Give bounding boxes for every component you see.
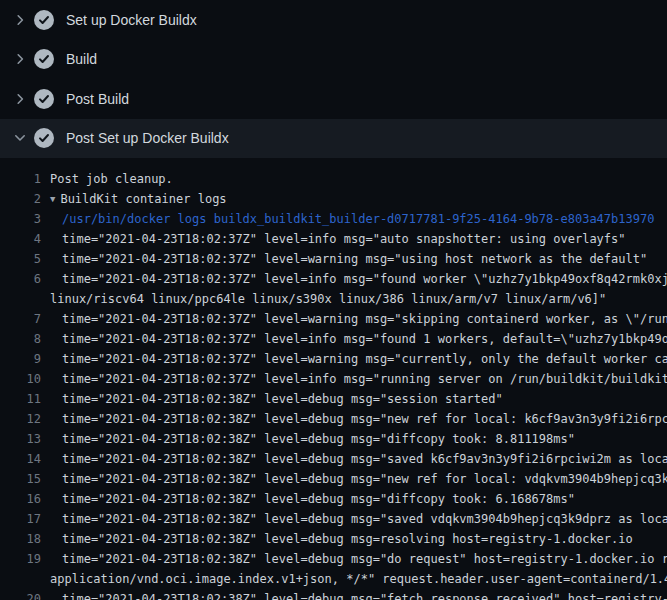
log-line-text-content: time="2021-04-23T18:02:38Z" level=debug … (62, 392, 503, 406)
log-line-text-content: time="2021-04-23T18:02:37Z" level=info m… (62, 332, 667, 346)
log-line-text-content: time="2021-04-23T18:02:38Z" level=debug … (62, 592, 667, 600)
chevron-down-icon (12, 130, 28, 146)
log-line-number[interactable]: 5 (0, 249, 41, 269)
log-line-continuation: linux/riscv64 linux/ppc64le linux/s390x … (0, 289, 667, 309)
log-line-text: ▼time="2021-04-23T18:02:37Z" level=info … (62, 372, 667, 386)
log-line-text: ▼time="2021-04-23T18:02:38Z" level=debug… (62, 552, 667, 566)
log-line-number[interactable]: 7 (0, 309, 41, 329)
log-line-text: ▼time="2021-04-23T18:02:38Z" level=debug… (62, 452, 667, 466)
log-line: 11▼time="2021-04-23T18:02:38Z" level=deb… (0, 389, 667, 409)
log-line-number[interactable]: 1 (0, 169, 41, 189)
log-line: 15▼time="2021-04-23T18:02:38Z" level=deb… (0, 469, 667, 489)
log-line-number[interactable]: 11 (0, 389, 41, 409)
check-circle-icon (34, 49, 54, 69)
log-line-number[interactable]: 12 (0, 409, 41, 429)
log-line-text-content: time="2021-04-23T18:02:37Z" level=warnin… (62, 312, 667, 326)
log-line-number[interactable]: 14 (0, 449, 41, 469)
log-line: 12▼time="2021-04-23T18:02:38Z" level=deb… (0, 409, 667, 429)
log-line-continuation-text: linux/riscv64 linux/ppc64le linux/s390x … (50, 292, 606, 306)
log-line-text: ▼time="2021-04-23T18:02:38Z" level=debug… (62, 432, 575, 446)
log-line-text: ▼time="2021-04-23T18:02:38Z" level=debug… (62, 532, 633, 546)
log-line-number[interactable]: 18 (0, 529, 41, 549)
log-line-text-content: time="2021-04-23T18:02:38Z" level=debug … (62, 412, 667, 426)
log-line-text-content: time="2021-04-23T18:02:38Z" level=debug … (62, 552, 667, 566)
log-line: 7▼time="2021-04-23T18:02:37Z" level=warn… (0, 309, 667, 329)
log-line: 1▼Post job cleanup. (0, 169, 667, 189)
log-line-text-content: time="2021-04-23T18:02:38Z" level=debug … (62, 472, 667, 486)
log-line-text-content: time="2021-04-23T18:02:37Z" level=info m… (62, 232, 626, 246)
step-label: Set up Docker Buildx (66, 13, 197, 27)
check-circle-icon (34, 10, 54, 30)
chevron-right-icon (12, 12, 28, 28)
log-line-text-content: time="2021-04-23T18:02:38Z" level=debug … (62, 432, 575, 446)
chevron-right-icon (12, 51, 28, 67)
log-line-number[interactable]: 19 (0, 549, 41, 569)
step-header[interactable]: Post Set up Docker Buildx (0, 119, 667, 159)
log-line-text-content: time="2021-04-23T18:02:38Z" level=debug … (62, 492, 575, 506)
log-line-text: ▼time="2021-04-23T18:02:37Z" level=info … (62, 332, 667, 346)
log-line: 18▼time="2021-04-23T18:02:38Z" level=deb… (0, 529, 667, 549)
log-line-number[interactable]: 17 (0, 509, 41, 529)
chevron-right-icon (12, 91, 28, 107)
log-line: 16▼time="2021-04-23T18:02:38Z" level=deb… (0, 489, 667, 509)
log-line-number[interactable]: 13 (0, 429, 41, 449)
check-circle-icon (34, 89, 54, 109)
log-line-text: ▼time="2021-04-23T18:02:37Z" level=warni… (62, 352, 667, 366)
log-line-text-content: Post job cleanup. (50, 172, 173, 186)
log-line-number[interactable]: 2 (0, 189, 41, 209)
log-line-text-content: /usr/bin/docker logs buildx_buildkit_bui… (62, 212, 654, 226)
log-line-text: ▼time="2021-04-23T18:02:38Z" level=debug… (62, 392, 503, 406)
log-line: 10▼time="2021-04-23T18:02:37Z" level=inf… (0, 369, 667, 389)
log-line-number[interactable]: 20 (0, 589, 41, 600)
steps-list: Set up Docker Buildx Build Post Build (0, 0, 667, 158)
step-label: Post Build (66, 92, 129, 106)
log-line-number[interactable]: 9 (0, 349, 41, 369)
log-line: 3▼/usr/bin/docker logs buildx_buildkit_b… (0, 209, 667, 229)
log-line-text: ▼/usr/bin/docker logs buildx_buildkit_bu… (62, 212, 654, 226)
log-line-text: ▼time="2021-04-23T18:02:38Z" level=debug… (62, 592, 667, 600)
log-line-text-content: time="2021-04-23T18:02:38Z" level=debug … (62, 532, 633, 546)
log-line-text-content: time="2021-04-23T18:02:38Z" level=debug … (62, 452, 667, 466)
log-line-text-content: BuildKit container logs (60, 192, 226, 206)
log-line: 4▼time="2021-04-23T18:02:37Z" level=info… (0, 229, 667, 249)
log-line-number[interactable]: 10 (0, 369, 41, 389)
log-line-continuation-text: application/vnd.oci.image.index.v1+json,… (50, 572, 667, 586)
step-header[interactable]: Build (0, 40, 667, 80)
log-line: 9▼time="2021-04-23T18:02:37Z" level=warn… (0, 349, 667, 369)
log-line-number[interactable]: 6 (0, 269, 41, 289)
log-line: 19▼time="2021-04-23T18:02:38Z" level=deb… (0, 549, 667, 569)
step-label: Build (66, 52, 97, 66)
log-line-number[interactable]: 3 (0, 209, 41, 229)
group-triangle-icon[interactable]: ▼ (50, 194, 55, 204)
log-line-text-content: time="2021-04-23T18:02:37Z" level=info m… (62, 272, 667, 286)
log-line: 2▼BuildKit container logs (0, 189, 667, 209)
log-line-text-content: time="2021-04-23T18:02:37Z" level=info m… (62, 372, 667, 386)
log-line: 6▼time="2021-04-23T18:02:37Z" level=info… (0, 269, 667, 289)
log-line-number[interactable]: 8 (0, 329, 41, 349)
log-line-text: ▼time="2021-04-23T18:02:37Z" level=warni… (62, 312, 667, 326)
log-line-number[interactable]: 4 (0, 229, 41, 249)
log-line: 17▼time="2021-04-23T18:02:38Z" level=deb… (0, 509, 667, 529)
log-line: 5▼time="2021-04-23T18:02:37Z" level=warn… (0, 249, 667, 269)
log-line-text: ▼time="2021-04-23T18:02:38Z" level=debug… (62, 492, 575, 506)
log-line-number[interactable]: 15 (0, 469, 41, 489)
log-line-text-content: time="2021-04-23T18:02:37Z" level=warnin… (62, 352, 667, 366)
check-circle-icon (34, 128, 54, 148)
log-line-text: ▼BuildKit container logs (50, 192, 227, 206)
log-line: 14▼time="2021-04-23T18:02:38Z" level=deb… (0, 449, 667, 469)
log-area: 1▼Post job cleanup. 2▼BuildKit container… (0, 158, 667, 600)
step-label: Post Set up Docker Buildx (66, 131, 229, 145)
log-line: 13▼time="2021-04-23T18:02:38Z" level=deb… (0, 429, 667, 449)
log-line-text-content: time="2021-04-23T18:02:37Z" level=warnin… (62, 252, 647, 266)
log-line: 20▼time="2021-04-23T18:02:38Z" level=deb… (0, 589, 667, 600)
log-line-text-content: time="2021-04-23T18:02:38Z" level=debug … (62, 512, 667, 526)
log-line: 8▼time="2021-04-23T18:02:37Z" level=info… (0, 329, 667, 349)
log-line-continuation: application/vnd.oci.image.index.v1+json,… (0, 569, 667, 589)
log-line-text: ▼time="2021-04-23T18:02:38Z" level=debug… (62, 472, 667, 486)
log-line-text: ▼time="2021-04-23T18:02:37Z" level=warni… (62, 252, 647, 266)
log-line-number[interactable]: 16 (0, 489, 41, 509)
log-line-text: ▼Post job cleanup. (50, 172, 173, 186)
log-line-text: ▼time="2021-04-23T18:02:38Z" level=debug… (62, 512, 667, 526)
step-header[interactable]: Set up Docker Buildx (0, 0, 667, 40)
step-header[interactable]: Post Build (0, 79, 667, 119)
